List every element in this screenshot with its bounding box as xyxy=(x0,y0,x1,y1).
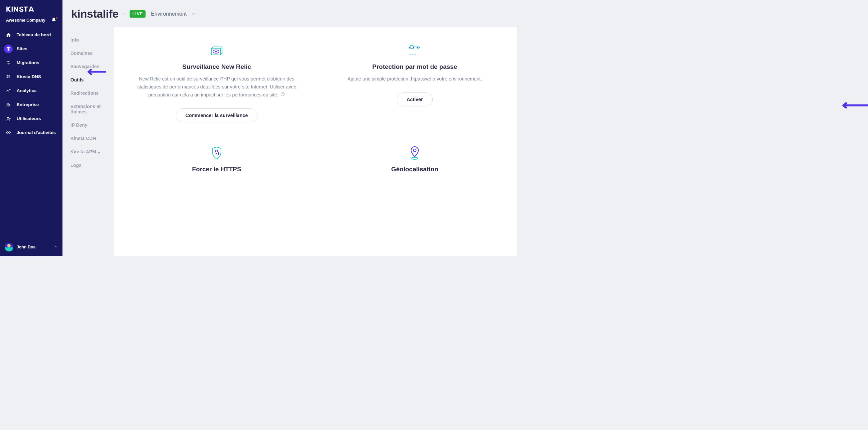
svg-point-8 xyxy=(410,45,413,49)
card-title: Protection par mot de passe xyxy=(325,63,504,70)
svg-rect-0 xyxy=(12,7,12,12)
nav-label: Journal d'activités xyxy=(17,130,56,135)
beta-chip-icon xyxy=(97,149,101,155)
newrelic-icon xyxy=(127,40,306,60)
nav-label: Sites xyxy=(17,46,27,51)
card-password-protection: Protection par mot de passe Ajoute une s… xyxy=(316,40,514,122)
user-menu[interactable]: John Doe xyxy=(0,241,62,253)
site-subnav-column: InfoDomainesSauvegardesOutilsRedirection… xyxy=(62,0,114,256)
info-icon[interactable] xyxy=(280,91,285,99)
chevron-up-icon xyxy=(54,244,58,250)
eye-icon xyxy=(4,128,12,137)
svg-point-15 xyxy=(412,157,418,159)
home-icon xyxy=(4,31,12,39)
card-title: Surveillance New Relic xyxy=(127,63,306,70)
nav-item-building[interactable]: Entreprise xyxy=(3,98,60,112)
svg-point-6 xyxy=(215,51,217,52)
subnav-item[interactable]: Redirections xyxy=(70,86,114,100)
card-description: New Relic est un outil de surveillance P… xyxy=(127,75,306,99)
stack-icon xyxy=(4,45,12,53)
nav-item-dns[interactable]: Kinsta DNS xyxy=(3,70,60,84)
card-title: Forcer le HTTPS xyxy=(127,166,306,173)
https-icon xyxy=(127,143,306,163)
subnav-item[interactable]: Outils xyxy=(70,73,114,86)
card-force-https: Forcer le HTTPS xyxy=(118,143,316,178)
svg-point-14 xyxy=(413,149,416,152)
subnav-item[interactable]: Kinsta APM xyxy=(70,145,114,159)
password-icon xyxy=(325,40,504,60)
card-newrelic: Surveillance New Relic New Relic est un … xyxy=(118,40,316,122)
chevron-down-icon[interactable] xyxy=(122,12,126,16)
chart-icon xyxy=(4,86,12,95)
subnav-item[interactable]: Domaines xyxy=(70,47,114,60)
company-name: Awesome Company xyxy=(6,18,45,23)
nav-label: Entreprise xyxy=(17,102,39,107)
avatar xyxy=(5,243,13,251)
nav-item-home[interactable]: Tableau de bord xyxy=(3,28,60,42)
migr-icon xyxy=(4,59,12,67)
building-icon xyxy=(4,101,12,109)
subnav-item[interactable]: Info xyxy=(70,33,114,47)
notification-bell-icon[interactable] xyxy=(51,17,57,23)
card-title: Géolocalisation xyxy=(325,166,504,173)
card-geolocation: Géolocalisation xyxy=(316,143,514,178)
svg-point-13 xyxy=(216,153,217,154)
nav-item-eye[interactable]: Journal d'activités xyxy=(3,126,60,140)
page-header: kinstalife LIVE Environnement xyxy=(71,7,196,20)
user-name: John Doe xyxy=(17,245,51,250)
geolocation-icon xyxy=(325,143,504,163)
subnav-item[interactable]: Extensions et thèmes xyxy=(70,100,114,118)
nav-label: Kinsta DNS xyxy=(17,74,41,79)
subnav-item[interactable]: Kinsta CDN xyxy=(70,132,114,145)
nav-item-chart[interactable]: Analytics xyxy=(3,84,60,98)
live-badge: LIVE xyxy=(130,10,146,18)
card-description: Ajoute une simple protection .htpasswd à… xyxy=(325,75,504,83)
environment-label: Environnement xyxy=(151,11,187,17)
enable-button[interactable]: Activer xyxy=(397,92,432,107)
site-title: kinstalife xyxy=(71,7,118,20)
svg-point-2 xyxy=(8,132,9,133)
svg-point-1 xyxy=(7,117,9,119)
site-subnav: InfoDomainesSauvegardesOutilsRedirection… xyxy=(62,10,114,172)
start-monitoring-button[interactable]: Commencer la surveillance xyxy=(176,108,257,122)
subnav-item[interactable]: Logs xyxy=(70,159,114,172)
nav-item-stack[interactable]: Sites xyxy=(3,42,60,56)
nav-label: Migrations xyxy=(17,60,39,65)
nav-label: Utilisateurs xyxy=(17,116,41,121)
sidebar: Awesome Company Tableau de bordSitesMigr… xyxy=(0,0,62,256)
nav-item-user-add[interactable]: Utilisateurs xyxy=(3,112,60,126)
main-content: Surveillance New Relic New Relic est un … xyxy=(114,0,517,256)
nav-label: Analytics xyxy=(17,88,36,93)
user-add-icon xyxy=(4,114,12,123)
brand-logo xyxy=(0,5,62,17)
subnav-item[interactable]: IP Deny xyxy=(70,118,114,132)
primary-nav: Tableau de bordSitesMigrationsKinsta DNS… xyxy=(0,28,62,140)
nav-label: Tableau de bord xyxy=(17,32,51,37)
dns-icon xyxy=(4,73,12,81)
nav-item-migr[interactable]: Migrations xyxy=(3,56,60,70)
tools-panel: Surveillance New Relic New Relic est un … xyxy=(114,27,517,256)
kinsta-logo-icon xyxy=(6,6,34,12)
annotation-arrow xyxy=(86,69,104,75)
chevron-down-icon[interactable] xyxy=(191,12,196,16)
